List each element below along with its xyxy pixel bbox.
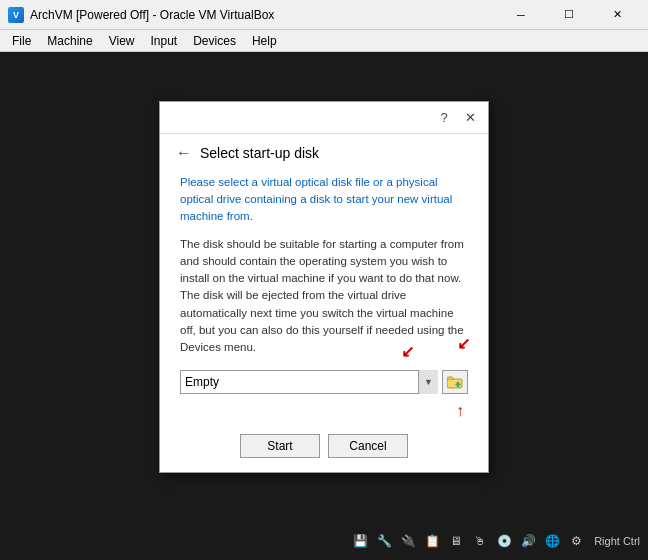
status-icon-settings[interactable]: ⚙	[566, 531, 586, 551]
close-window-button[interactable]: ✕	[594, 0, 640, 30]
dialog-help-button[interactable]: ?	[432, 105, 456, 129]
menu-input[interactable]: Input	[143, 30, 186, 51]
folder-icon	[447, 375, 463, 389]
dialog-title: Select start-up disk	[200, 145, 319, 161]
start-button[interactable]: Start	[240, 434, 320, 458]
right-ctrl-label: Right Ctrl	[594, 535, 640, 547]
disk-dropdown-wrapper: Empty ▼	[180, 370, 438, 394]
maximize-button[interactable]: ☐	[546, 0, 592, 30]
app-icon: V	[8, 7, 24, 23]
vm-main-area: ? ✕ ← Select start-up disk Please select…	[0, 52, 648, 522]
browse-disk-button[interactable]	[442, 370, 468, 394]
menu-machine[interactable]: Machine	[39, 30, 100, 51]
dialog-titlebar: ? ✕	[160, 102, 488, 134]
dialog-footer: Start Cancel	[160, 426, 488, 472]
menu-file[interactable]: File	[4, 30, 39, 51]
virtualbox-icon: V	[8, 7, 24, 23]
status-icon-1[interactable]: 💾	[350, 531, 370, 551]
status-icon-mouse[interactable]: 🖱	[470, 531, 490, 551]
title-bar: V ArchVM [Powered Off] - Oracle VM Virtu…	[0, 0, 648, 30]
window-title: ArchVM [Powered Off] - Oracle VM Virtual…	[30, 8, 498, 22]
window-controls: ─ ☐ ✕	[498, 0, 640, 30]
startup-disk-dialog: ? ✕ ← Select start-up disk Please select…	[159, 101, 489, 474]
dialog-header: ← Select start-up disk	[160, 134, 488, 170]
status-bar: 💾 🔧 🔌 📋 🖥 🖱 💿 🔊 🌐 ⚙ Right Ctrl	[0, 522, 648, 560]
menu-help[interactable]: Help	[244, 30, 285, 51]
status-icon-network[interactable]: 🌐	[542, 531, 562, 551]
dialog-info-text: The disk should be suitable for starting…	[180, 236, 468, 357]
disk-dropdown[interactable]: Empty	[180, 370, 438, 394]
status-icon-usb[interactable]: 🔌	[398, 531, 418, 551]
status-icon-optical[interactable]: 💿	[494, 531, 514, 551]
dialog-close-button[interactable]: ✕	[458, 105, 482, 129]
svg-rect-1	[447, 377, 453, 380]
menu-devices[interactable]: Devices	[185, 30, 244, 51]
annotation-arrow-bottom: ↑	[456, 402, 464, 420]
dialog-instruction-text: Please select a virtual optical disk fil…	[180, 174, 468, 226]
menu-bar: File Machine View Input Devices Help	[0, 30, 648, 52]
status-icon-display[interactable]: 🖥	[446, 531, 466, 551]
status-icon-2[interactable]: 🔧	[374, 531, 394, 551]
status-icon-audio[interactable]: 🔊	[518, 531, 538, 551]
status-icon-clipboard[interactable]: 📋	[422, 531, 442, 551]
minimize-button[interactable]: ─	[498, 0, 544, 30]
dialog-body: Please select a virtual optical disk fil…	[160, 170, 488, 427]
menu-view[interactable]: View	[101, 30, 143, 51]
dialog-back-button[interactable]: ←	[176, 144, 192, 162]
cancel-button[interactable]: Cancel	[328, 434, 408, 458]
disk-selection-row: Empty ▼	[180, 370, 468, 394]
